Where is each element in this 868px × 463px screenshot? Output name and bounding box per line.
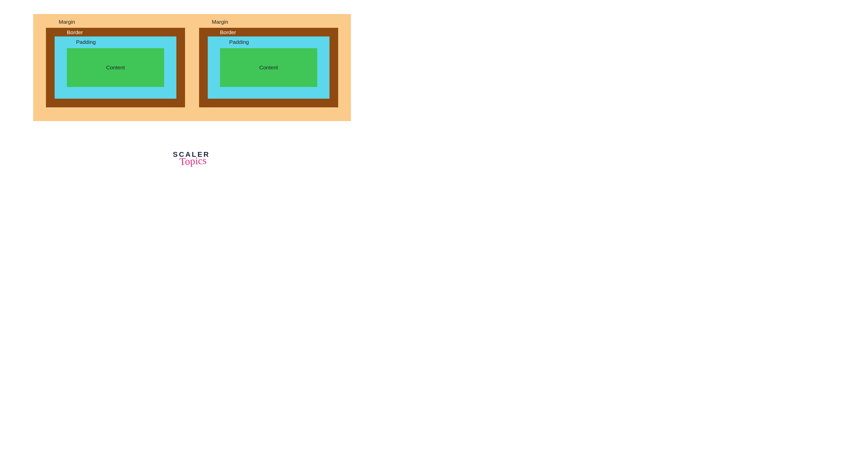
padding-box: Padding Content [55,36,176,99]
padding-label: Padding [76,39,96,45]
border-box: Border Padding Content [46,28,185,107]
padding-box: Padding Content [208,36,330,99]
margin-label: Margin [212,19,228,25]
content-box: Content [220,48,317,87]
border-label: Border [67,29,83,35]
box-model-diagram: Margin Border Padding Content Margin Bor… [33,14,351,121]
content-label: Content [106,65,125,71]
scaler-topics-logo: SCALER Topics [173,151,210,165]
padding-label: Padding [229,39,249,45]
margin-label: Margin [59,19,75,25]
border-box: Border Padding Content [199,28,338,107]
box-model-left: Margin Border Padding Content [46,28,185,107]
content-label: Content [259,65,278,71]
box-model-right: Margin Border Padding Content [199,28,338,107]
content-box: Content [67,48,164,87]
border-label: Border [220,29,236,35]
logo-line2: Topics [174,156,212,166]
